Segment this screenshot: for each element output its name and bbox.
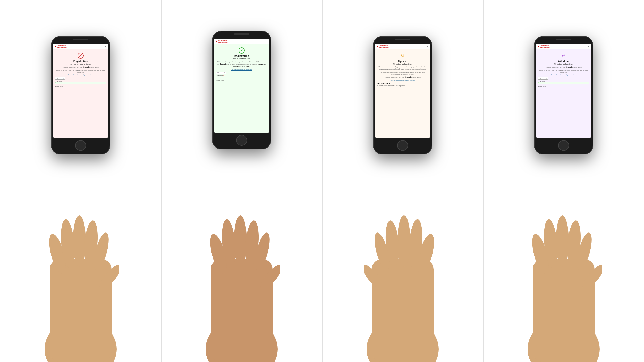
screen-desc-3a: There are many reasons why you may need … — [377, 66, 428, 70]
screen-body-2: ✓ Registration Yes, I want to donate Wel… — [214, 44, 269, 83]
hamburger-4[interactable]: ≡ — [588, 45, 589, 48]
screen-desc-1a: This form will take no more than 2 minut… — [55, 66, 106, 68]
screen-title-4: Withdraw — [538, 60, 589, 63]
logo-1: ♥ Sign up today Organ Donation — [55, 45, 67, 48]
phone-3: ♥ Sign up today Organ Donation ≡ ↻ Updat… — [373, 36, 432, 154]
firstname-input-2[interactable] — [216, 77, 267, 79]
logo-heart-1: ♥ — [55, 45, 56, 48]
screen-desc-3c: This form will take no more than 2 minut… — [377, 76, 428, 79]
screen-link-4[interactable]: More information about your choices — [538, 74, 589, 76]
logo-text-3: Sign up today Organ Donation — [379, 45, 389, 48]
svg-point-12 — [234, 215, 247, 267]
screen-subtitle-3: My details and decision — [377, 63, 428, 65]
phone-1-screen: ♥ Sign up today Organ Donation ≡ Registr… — [53, 44, 108, 138]
logo-4: ♥ Sign up today Organ Donation — [538, 45, 550, 48]
firstname-label-1: First name * — [55, 80, 106, 82]
svg-rect-1 — [50, 259, 112, 362]
middlename-label-2: Middle name — [216, 80, 267, 81]
phone-container-4: ♥ Sign up today Organ Donation ≡ ↩ Withd… — [483, 0, 644, 362]
middlename-label-4: Middle name — [538, 85, 589, 87]
form-title-row-4: Title ▼ — [538, 77, 589, 80]
logo-text-1: Sign up today Organ Donation — [57, 45, 67, 48]
screen-body-1: Registration No, I do not want to donate… — [53, 49, 108, 89]
firstname-input-4[interactable] — [538, 82, 589, 84]
app-header-2: ♥ Sign up today Organ Donation ≡ — [214, 39, 269, 44]
identification-desc-3: To identify you in the register, please … — [377, 85, 428, 87]
withdraw-icon-4: ↩ — [561, 53, 567, 59]
screen-desc-2a: Welcome to the organ donation registrati… — [216, 61, 267, 68]
logo-2: ♥ Sign up today Organ Donation — [216, 40, 228, 43]
screen-link-1[interactable]: More information about your choices — [55, 74, 106, 76]
no-icon-1 — [78, 53, 84, 59]
phone-container-2: ♥ Sign up today Organ Donation ≡ ✓ Regis… — [161, 0, 322, 362]
screen-link-2[interactable]: Learn more about your options — [216, 69, 267, 70]
identification-title-3: Identification — [377, 82, 428, 84]
main-scene: ♥ Sign up today Organ Donation ≡ Registr… — [0, 0, 644, 362]
form-title-row-2: Title ▼ — [216, 72, 267, 74]
logo-heart-3: ♥ — [377, 45, 378, 48]
screen-subtitle-4: My details and decision — [538, 63, 589, 65]
form-firstname-row-4: First name * — [538, 80, 589, 84]
screen-subtitle-1: No, I do not want to donate — [55, 63, 106, 65]
svg-rect-9 — [211, 259, 273, 362]
phone-container-1: ♥ Sign up today Organ Donation ≡ Registr… — [0, 0, 161, 362]
phone-3-screen: ♥ Sign up today Organ Donation ≡ ↻ Updat… — [375, 44, 430, 138]
phone-container-3: ♥ Sign up today Organ Donation ≡ ↻ Updat… — [322, 0, 483, 362]
form-middlename-row-4: Middle name — [538, 85, 589, 87]
screen-title-3: Update — [377, 60, 428, 63]
form-firstname-row-2: First name * — [216, 75, 267, 79]
firstname-label-2: First name * — [216, 75, 267, 76]
middlename-label-1: Middle name — [55, 85, 106, 87]
yes-icon-2: ✓ — [239, 47, 245, 54]
screen-desc-4b: If you change your mind you can always u… — [538, 69, 589, 74]
screen-body-3: ↻ Update My details and decision There a… — [375, 49, 430, 88]
hamburger-1[interactable]: ≡ — [105, 45, 106, 48]
screen-title-1: Registration — [55, 60, 106, 63]
svg-rect-25 — [533, 259, 595, 362]
screen-body-4: ↩ Withdraw My details and decision This … — [536, 49, 591, 89]
hamburger-3[interactable]: ≡ — [427, 45, 428, 48]
screen-subtitle-2: Yes, I want to donate — [216, 58, 267, 60]
app-header-3: ♥ Sign up today Organ Donation ≡ — [375, 44, 430, 49]
phone-2: ♥ Sign up today Organ Donation ≡ ✓ Regis… — [212, 31, 271, 149]
screen-title-2: Registration — [216, 55, 267, 57]
svg-rect-17 — [372, 259, 434, 362]
screen-link-3[interactable]: More information about your choices — [377, 79, 428, 81]
form-middlename-row-1: Middle name — [55, 85, 106, 87]
screen-desc-3b: All you need to do is fill out this form… — [377, 71, 428, 75]
svg-point-20 — [397, 215, 410, 267]
refresh-icon-3: ↻ — [400, 53, 406, 59]
firstname-label-4: First name * — [538, 80, 589, 82]
title-select-1[interactable]: Title ▼ — [55, 77, 65, 80]
logo-text-2: Sign up today Organ Donation — [218, 40, 228, 43]
app-header-1: ♥ Sign up today Organ Donation ≡ — [53, 44, 108, 49]
svg-point-28 — [556, 215, 569, 267]
svg-point-4 — [73, 215, 86, 267]
phone-2-screen: ♥ Sign up today Organ Donation ≡ ✓ Regis… — [214, 39, 269, 133]
form-middlename-row-2: Middle name — [216, 80, 267, 81]
phone-1: ♥ Sign up today Organ Donation ≡ Registr… — [51, 36, 110, 154]
phone-4: ♥ Sign up today Organ Donation ≡ ↩ Withd… — [534, 36, 593, 154]
form-firstname-row-1: First name * — [55, 80, 106, 84]
screen-desc-4a: This form will take no more than 2 minut… — [538, 66, 589, 68]
logo-text-4: Sign up today Organ Donation — [540, 45, 550, 48]
screen-desc-1b: If you change your mind you can always u… — [55, 69, 106, 74]
form-title-row-1: Title ▼ — [55, 77, 106, 80]
app-header-4: ♥ Sign up today Organ Donation ≡ — [536, 44, 591, 49]
hamburger-2[interactable]: ≡ — [266, 40, 267, 43]
logo-heart-4: ♥ — [538, 45, 539, 48]
logo-3: ♥ Sign up today Organ Donation — [377, 45, 389, 48]
firstname-input-1[interactable] — [55, 82, 106, 84]
title-select-4[interactable]: Title ▼ — [538, 77, 548, 80]
logo-heart-2: ♥ — [216, 40, 217, 42]
phone-4-screen: ♥ Sign up today Organ Donation ≡ ↩ Withd… — [536, 44, 591, 138]
title-select-2[interactable]: Title ▼ — [216, 72, 226, 74]
